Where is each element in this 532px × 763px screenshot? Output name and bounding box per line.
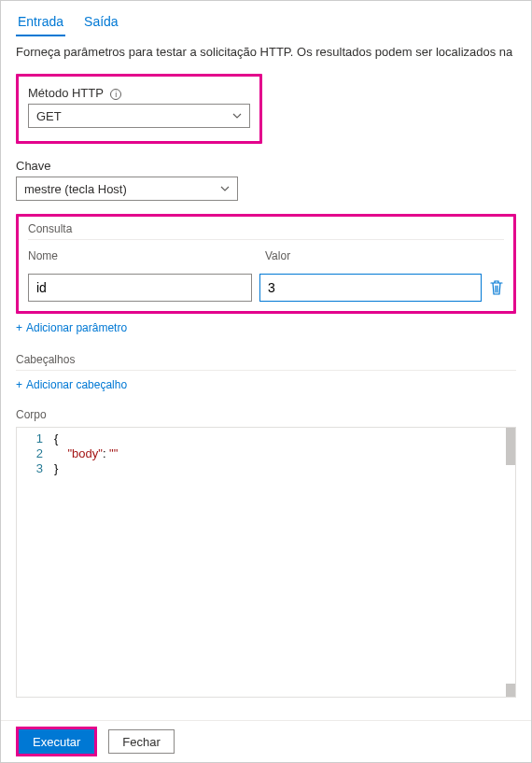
run-button[interactable]: Executar — [19, 729, 94, 754]
description-text: Forneça parâmetros para testar a solicit… — [16, 45, 516, 59]
tab-output[interactable]: Saída — [82, 10, 120, 36]
add-parameter-link[interactable]: +Adicionar parâmetro — [16, 321, 127, 334]
query-param-row — [28, 274, 504, 302]
add-header-label: Adicionar cabeçalho — [26, 378, 127, 391]
footer: Executar Fechar — [1, 720, 531, 762]
key-label: Chave — [16, 159, 516, 173]
query-section: Consulta Nome Valor — [16, 214, 516, 314]
query-name-header: Nome — [28, 249, 265, 262]
chevron-down-icon — [232, 111, 242, 120]
body-label: Corpo — [16, 408, 516, 421]
tab-input[interactable]: Entrada — [16, 10, 65, 36]
plus-icon: + — [16, 321, 22, 334]
http-method-value: GET — [36, 109, 62, 123]
plus-icon: + — [16, 378, 22, 391]
http-method-label-text: Método HTTP — [28, 86, 104, 100]
chevron-down-icon — [220, 184, 230, 193]
editor-gutter: 123 — [17, 428, 50, 697]
query-title: Consulta — [28, 222, 504, 235]
http-method-select[interactable]: GET — [28, 104, 250, 128]
add-header-link[interactable]: +Adicionar cabeçalho — [16, 378, 127, 391]
info-icon[interactable]: i — [110, 89, 121, 100]
query-value-header: Valor — [265, 249, 504, 262]
headers-title: Cabeçalhos — [16, 353, 516, 366]
editor-code[interactable]: { "body": "" } — [50, 428, 515, 697]
trash-icon[interactable] — [489, 279, 504, 296]
run-button-highlight: Executar — [16, 727, 97, 756]
editor-scrollbar[interactable] — [506, 428, 515, 697]
close-button[interactable]: Fechar — [108, 729, 174, 754]
key-select[interactable]: mestre (tecla Host) — [16, 177, 238, 201]
body-editor[interactable]: 123 { "body": "" } — [16, 427, 516, 698]
param-name-input[interactable] — [28, 274, 252, 302]
http-method-label: Método HTTP i — [28, 86, 250, 100]
http-method-group: Método HTTP i GET — [16, 74, 262, 144]
param-value-input[interactable] — [259, 274, 482, 302]
key-value: mestre (tecla Host) — [24, 182, 127, 196]
add-parameter-label: Adicionar parâmetro — [26, 321, 127, 334]
